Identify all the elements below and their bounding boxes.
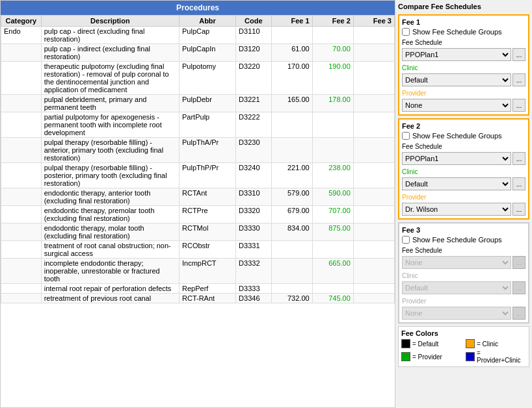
fee1-schedule-browse[interactable]: ... xyxy=(512,48,525,61)
fee3-clinic-label: Clinic xyxy=(402,272,525,279)
color-item: = Provider xyxy=(401,350,462,364)
table-row[interactable]: therapeutic pulpotomy (excluding final r… xyxy=(1,62,395,95)
fee1-clinic-browse[interactable]: ... xyxy=(512,73,525,86)
table-row[interactable]: pulpal debridement, primary and permanen… xyxy=(1,95,395,112)
table-row[interactable]: endodontic therapy, molar tooth (excludi… xyxy=(1,223,395,241)
fee1-provider-label: Provider xyxy=(402,90,525,97)
fee-colors-section: Fee Colors = Default= Clinic= Provider= … xyxy=(398,326,529,367)
compare-title: Compare Fee Schedules xyxy=(398,3,529,10)
fee2-show-groups-checkbox[interactable] xyxy=(402,132,410,140)
fee2-show-groups-row: Show Fee Schedule Groups xyxy=(402,132,525,140)
fee1-title: Fee 1 xyxy=(402,18,525,26)
fee2-schedule-browse[interactable]: ... xyxy=(512,152,525,165)
table-row[interactable]: Endopulp cap - direct (excluding final r… xyxy=(1,27,395,44)
col-header-fee2: Fee 2 xyxy=(312,16,353,27)
fee1-provider-browse[interactable]: ... xyxy=(512,99,525,112)
fee3-clinic-row: DefaultClinic A ... xyxy=(402,281,525,294)
col-header-fee3: Fee 3 xyxy=(353,16,394,27)
col-header-code: Code xyxy=(236,16,271,27)
fee3-show-groups-label: Show Fee Schedule Groups xyxy=(412,236,502,244)
fee2-clinic-label: Clinic xyxy=(402,168,525,175)
color-swatch xyxy=(466,352,475,361)
procedures-table: Category Description Abbr Code Fee 1 Fee… xyxy=(1,15,395,303)
fee2-schedule-row: PPOPlan1PPOPlan2Standard ... xyxy=(402,152,525,165)
fee3-group: Fee 3 Show Fee Schedule Groups Fee Sched… xyxy=(398,222,529,324)
col-header-description: Description xyxy=(41,16,179,27)
fee3-schedule-browse: ... xyxy=(512,256,525,269)
fee1-schedule-select[interactable]: PPOPlan1PPOPlan2Standard xyxy=(402,48,511,61)
fee3-schedule-select: NonePPOPlan1PPOPlan2 xyxy=(402,256,511,269)
fee2-schedule-label: Fee Schedule xyxy=(402,143,525,150)
fee2-title: Fee 2 xyxy=(402,122,525,130)
table-row[interactable]: pulpal therapy (resorbable filling) - po… xyxy=(1,163,395,188)
table-row[interactable]: retreatment of previous root canalRCT-RA… xyxy=(1,294,395,303)
table-row[interactable]: pulpal therapy (resorbable filling) - an… xyxy=(1,138,395,163)
table-row[interactable]: treatment of root canal obstruction; non… xyxy=(1,241,395,259)
color-swatch xyxy=(401,339,410,348)
fee2-schedule-select[interactable]: PPOPlan1PPOPlan2Standard xyxy=(402,152,511,165)
procedures-title: Procedures xyxy=(1,1,395,15)
color-label: = Provider xyxy=(412,353,442,361)
color-item: = Clinic xyxy=(466,339,526,348)
col-header-fee1: Fee 1 xyxy=(271,16,312,27)
procedures-table-wrapper[interactable]: Category Description Abbr Code Fee 1 Fee… xyxy=(1,15,395,407)
fee3-show-groups-row: Show Fee Schedule Groups xyxy=(402,236,525,244)
fee3-show-groups-checkbox[interactable] xyxy=(402,236,410,244)
fee1-show-groups-label: Show Fee Schedule Groups xyxy=(412,28,502,36)
color-swatch xyxy=(466,339,475,348)
fee3-schedule-row: NonePPOPlan1PPOPlan2 ... xyxy=(402,256,525,269)
procedures-tbody: Endopulp cap - direct (excluding final r… xyxy=(1,27,395,303)
color-label: = Provider+Clinic xyxy=(477,350,526,364)
fee3-provider-row: NoneDr. SmithDr. Wilson ... xyxy=(402,307,525,320)
col-header-category: Category xyxy=(1,16,42,27)
fee3-provider-browse: ... xyxy=(512,307,525,320)
fee2-clinic-select[interactable]: DefaultClinic A xyxy=(402,177,511,190)
fee2-clinic-browse[interactable]: ... xyxy=(512,177,525,190)
fee2-provider-select[interactable]: NoneDr. SmithDr. Wilson xyxy=(402,203,511,216)
fee3-title: Fee 3 xyxy=(402,226,525,234)
table-row[interactable]: endodontic therapy, anterior tooth (excl… xyxy=(1,188,395,206)
table-row[interactable]: internal root repair of perforation defe… xyxy=(1,284,395,294)
fee3-clinic-select: DefaultClinic A xyxy=(402,281,511,294)
fee2-provider-row: NoneDr. SmithDr. Wilson ... xyxy=(402,203,525,216)
fee3-schedule-label: Fee Schedule xyxy=(402,247,525,254)
fee1-provider-row: NoneDr. SmithDr. Wilson ... xyxy=(402,99,525,112)
right-panel: Compare Fee Schedules Fee 1 Show Fee Sch… xyxy=(395,0,532,408)
fee1-show-groups-checkbox[interactable] xyxy=(402,28,410,36)
fee2-show-groups-label: Show Fee Schedule Groups xyxy=(412,132,502,140)
fee1-clinic-row: DefaultClinic A ... xyxy=(402,73,525,86)
fee2-clinic-row: DefaultClinic A ... xyxy=(402,177,525,190)
table-row[interactable]: endodontic therapy, premolar tooth (excl… xyxy=(1,206,395,223)
color-item: = Default xyxy=(401,339,462,348)
fee1-group: Fee 1 Show Fee Schedule Groups Fee Sched… xyxy=(398,14,529,116)
fee1-clinic-select[interactable]: DefaultClinic A xyxy=(402,73,511,86)
table-row[interactable]: partial pulpotomy for apexogenesis - per… xyxy=(1,112,395,138)
color-swatch xyxy=(401,352,410,361)
color-label: = Default xyxy=(412,340,438,348)
fee2-group: Fee 2 Show Fee Schedule Groups Fee Sched… xyxy=(398,118,529,220)
fee2-provider-browse[interactable]: ... xyxy=(512,203,525,216)
fee1-show-groups-row: Show Fee Schedule Groups xyxy=(402,28,525,36)
fee-colors-title: Fee Colors xyxy=(401,329,526,337)
color-item: = Provider+Clinic xyxy=(466,350,526,364)
fee1-clinic-label: Clinic xyxy=(402,64,525,71)
fee1-schedule-label: Fee Schedule xyxy=(402,39,525,46)
fee1-provider-select[interactable]: NoneDr. SmithDr. Wilson xyxy=(402,99,511,112)
table-row[interactable]: incomplete endodontic therapy; inoperabl… xyxy=(1,259,395,284)
color-grid: = Default= Clinic= Provider= Provider+Cl… xyxy=(401,339,526,364)
fee2-provider-label: Provider xyxy=(402,194,525,201)
col-header-abbr: Abbr xyxy=(180,16,236,27)
fee3-clinic-browse: ... xyxy=(512,281,525,294)
color-label: = Clinic xyxy=(477,340,498,348)
fee1-schedule-row: PPOPlan1PPOPlan2Standard ... xyxy=(402,48,525,61)
fee3-provider-select: NoneDr. SmithDr. Wilson xyxy=(402,307,511,320)
procedures-panel: Procedures Category Description Abbr Cod… xyxy=(0,0,395,408)
table-row[interactable]: pulp cap - indirect (excluding final res… xyxy=(1,44,395,62)
fee3-provider-label: Provider xyxy=(402,298,525,305)
